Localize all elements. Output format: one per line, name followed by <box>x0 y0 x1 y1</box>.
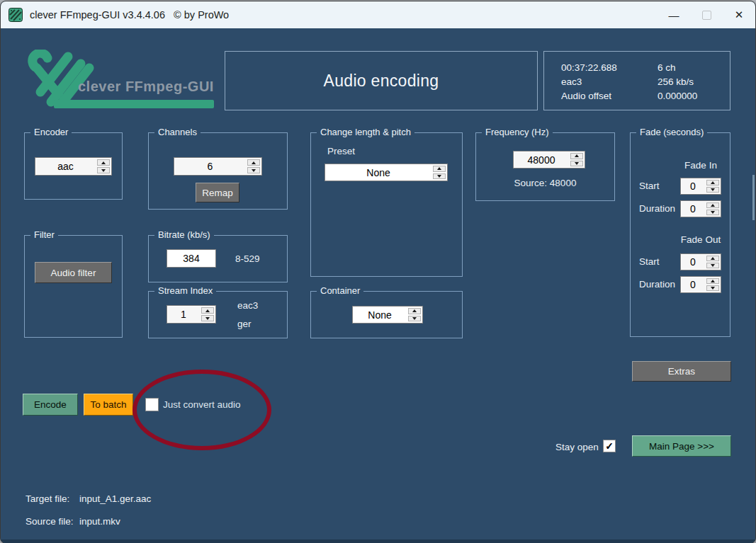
channels-spin-buttons <box>246 158 261 175</box>
stream-index-group: Stream Index 1 eac3 ger <box>148 291 288 338</box>
stream-index-spinner[interactable]: 1 <box>167 305 216 324</box>
arrow-down-icon <box>101 169 106 172</box>
to-batch-button[interactable]: To batch <box>84 394 133 416</box>
spin-up-button[interactable] <box>706 180 719 185</box>
fade-in-start-value[interactable]: 0 <box>681 178 705 194</box>
app-window: clever FFmpeg-GUI v3.4.4.06 © by ProWo —… <box>0 1 756 543</box>
channels-value[interactable]: 6 <box>174 158 246 175</box>
stay-open-checkbox[interactable]: ✓ <box>603 440 616 452</box>
spin-up-button[interactable] <box>408 308 421 314</box>
arrow-down-icon <box>205 317 210 320</box>
fade-in-duration-value[interactable]: 0 <box>681 201 705 217</box>
bitrate-input[interactable]: 384 <box>167 249 216 268</box>
spin-up-button[interactable] <box>433 166 446 172</box>
arrow-up-icon <box>711 280 715 282</box>
spin-down-button[interactable] <box>706 210 719 215</box>
channels-group: Channels 6 Remap <box>148 132 288 210</box>
fade-in-start-spinner[interactable]: 0 <box>680 178 721 195</box>
encode-button[interactable]: Encode <box>23 394 78 416</box>
source-file-row: Source file: input.mkv <box>26 516 120 527</box>
arrow-down-icon <box>575 162 579 165</box>
arrow-up-icon <box>437 167 441 170</box>
spin-up-button[interactable] <box>706 256 719 261</box>
extras-button[interactable]: Extras <box>632 361 731 382</box>
length-pitch-group: Change length & pitch Preset None <box>310 132 463 277</box>
remap-button[interactable]: Remap <box>196 183 239 202</box>
title-bar[interactable]: clever FFmpeg-GUI v3.4.4.06 © by ProWo —… <box>1 1 755 28</box>
encoder-spin-buttons <box>96 158 111 175</box>
fade-out-duration-value[interactable]: 0 <box>681 277 705 292</box>
main-page-button[interactable]: Main Page >>> <box>632 435 731 457</box>
fade-group: Fade (seconds) Fade In Start 0 Duration … <box>630 132 730 337</box>
audio-offset-value: 0.000000 <box>658 89 697 103</box>
spin-down-button[interactable] <box>201 315 214 321</box>
length-pitch-group-title: Change length & pitch <box>317 127 414 137</box>
arrow-down-icon <box>711 287 715 290</box>
audio-filter-button[interactable]: Audio filter <box>35 262 112 283</box>
spin-down-button[interactable] <box>706 285 719 291</box>
arrow-down-icon <box>437 175 441 178</box>
source-file-label: Source file: <box>26 516 79 527</box>
spin-buttons <box>705 277 721 292</box>
stream-index-group-title: Stream Index <box>154 285 216 296</box>
frequency-spin-buttons <box>569 152 585 168</box>
bitrate-group-title: Bitrate (kb/s) <box>154 229 214 240</box>
spin-down-button[interactable] <box>706 187 719 193</box>
container-value[interactable]: None <box>353 307 407 323</box>
bitrate-group: Bitrate (kb/s) 384 8-529 <box>148 235 288 282</box>
container-spinner[interactable]: None <box>352 306 423 324</box>
target-file-value: input_A1.ger.aac <box>79 493 151 504</box>
minimize-button[interactable]: — <box>658 1 690 28</box>
frequency-group-title: Frequency (Hz) <box>482 127 553 137</box>
stream-language-label: ger <box>237 319 252 329</box>
channels-spinner[interactable]: 6 <box>174 157 262 176</box>
maximize-button[interactable] <box>690 1 723 28</box>
preset-value[interactable]: None <box>325 164 431 181</box>
window-title: clever FFmpeg-GUI v3.4.4.06 © by ProWo <box>30 9 229 21</box>
spin-up-button[interactable] <box>247 159 260 166</box>
frequency-spinner[interactable]: 48000 <box>513 151 585 168</box>
fade-in-start-label: Start <box>639 181 660 191</box>
info-row-codec: eac3 256 kb/s <box>561 75 730 89</box>
frequency-value[interactable]: 48000 <box>514 152 569 168</box>
spin-down-button[interactable] <box>706 263 719 268</box>
arrow-up-icon <box>205 309 210 312</box>
fade-out-start-value[interactable]: 0 <box>681 254 705 270</box>
fade-out-duration-spinner[interactable]: 0 <box>680 276 721 293</box>
source-duration: 00:37:22.688 <box>561 61 658 75</box>
encoder-spinner[interactable]: aac <box>35 157 112 176</box>
encoder-value[interactable]: aac <box>35 158 96 175</box>
spin-up-button[interactable] <box>97 159 110 166</box>
scrollbar-artifact <box>752 175 755 220</box>
spin-down-button[interactable] <box>570 161 583 167</box>
spin-up-button[interactable] <box>706 278 719 284</box>
frequency-source-label: Source: 48000 <box>476 178 614 188</box>
arrow-up-icon <box>711 204 715 207</box>
fade-out-duration-label: Duration <box>639 279 675 290</box>
stream-index-value[interactable]: 1 <box>167 306 200 323</box>
close-button[interactable]: ✕ <box>723 1 755 28</box>
spin-down-button[interactable] <box>247 167 260 173</box>
spin-buttons <box>200 306 215 323</box>
arrow-down-icon <box>711 211 715 214</box>
spin-down-button[interactable] <box>433 173 446 180</box>
spin-down-button[interactable] <box>97 167 110 173</box>
preset-spinner[interactable]: None <box>325 164 448 181</box>
stay-open-label[interactable]: Stay open <box>555 442 599 452</box>
arrow-up-icon <box>711 181 715 184</box>
spin-up-button[interactable] <box>706 202 719 208</box>
fade-in-duration-spinner[interactable]: 0 <box>680 200 721 217</box>
spin-down-button[interactable] <box>408 316 421 322</box>
source-codec: eac3 <box>561 75 658 89</box>
window-controls: — ✕ <box>658 1 755 28</box>
spin-up-button[interactable] <box>570 153 583 159</box>
frequency-group: Frequency (Hz) 48000 Source: 48000 <box>475 132 615 201</box>
spin-buttons <box>407 307 422 323</box>
spin-up-button[interactable] <box>201 307 214 314</box>
encoder-group: Encoder aac <box>24 132 123 200</box>
app-icon <box>9 8 23 22</box>
audio-offset-label: Audio offset <box>561 89 658 103</box>
fade-out-start-spinner[interactable]: 0 <box>680 253 721 270</box>
window-bottom-edge <box>1 539 755 543</box>
arrow-up-icon <box>101 161 106 164</box>
